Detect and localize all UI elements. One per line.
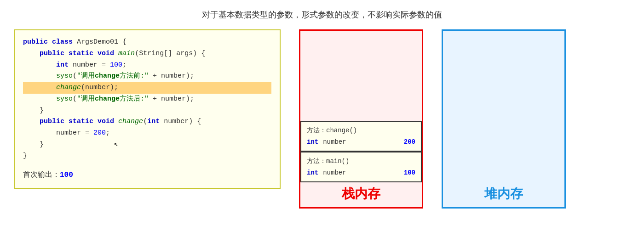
stack-frame-main: 方法：main() int number 100 xyxy=(300,152,422,182)
frame-change-val: 200 xyxy=(404,137,415,147)
code-line-10: } ↖ xyxy=(23,139,271,151)
code-line-3: int number = 100; xyxy=(23,60,271,71)
code-panel: public class ArgsDemo01 { public static … xyxy=(14,29,281,189)
memory-section: 方法：change() int number 200 方法：main() int… xyxy=(299,29,566,209)
code-line-8: public static void change(int number) { xyxy=(23,116,271,128)
page-container: 对于基本数据类型的参数，形式参数的改变，不影响实际参数的值 public cla… xyxy=(0,0,644,237)
heap-label: 堆内存 xyxy=(443,182,564,207)
code-line-9: number = 200; xyxy=(23,128,271,139)
code-line-11: } xyxy=(23,151,271,162)
output-value: 100 xyxy=(60,171,73,179)
output-section: 首次输出：100 xyxy=(23,169,271,181)
stack-label: 栈内存 xyxy=(300,182,422,207)
stack-frames: 方法：change() int number 200 方法：main() int… xyxy=(300,121,422,182)
code-line-6: syso("调用change方法后:" + number); xyxy=(23,94,271,105)
frame-main-title: 方法：main() xyxy=(307,156,415,166)
code-line-4: syso("调用change方法前:" + number); xyxy=(23,71,271,82)
code-line-2: public static void main(String[] args) { xyxy=(23,48,271,60)
stack-panel: 方法：change() int number 200 方法：main() int… xyxy=(299,29,423,209)
frame-change-row: int number 200 xyxy=(307,137,415,147)
heap-panel: 堆内存 xyxy=(442,29,566,209)
main-content: public class ArgsDemo01 { public static … xyxy=(14,29,630,209)
frame-main-row: int number 100 xyxy=(307,168,415,178)
frame-change-title: 方法：change() xyxy=(307,125,415,135)
frame-change-var: number xyxy=(323,137,346,147)
code-line-7: } xyxy=(23,105,271,117)
frame-change-kw: int xyxy=(307,137,318,147)
frame-main-val: 100 xyxy=(404,168,415,178)
code-line-1: public class ArgsDemo01 { xyxy=(23,37,271,48)
stack-frame-change: 方法：change() int number 200 xyxy=(300,121,422,152)
frame-main-kw: int xyxy=(307,168,318,178)
frame-main-var: number xyxy=(323,168,346,178)
code-line-5: change(number); xyxy=(23,82,271,94)
output-label: 首次输出： xyxy=(23,171,60,179)
page-title: 对于基本数据类型的参数，形式参数的改变，不影响实际参数的值 xyxy=(14,9,630,20)
